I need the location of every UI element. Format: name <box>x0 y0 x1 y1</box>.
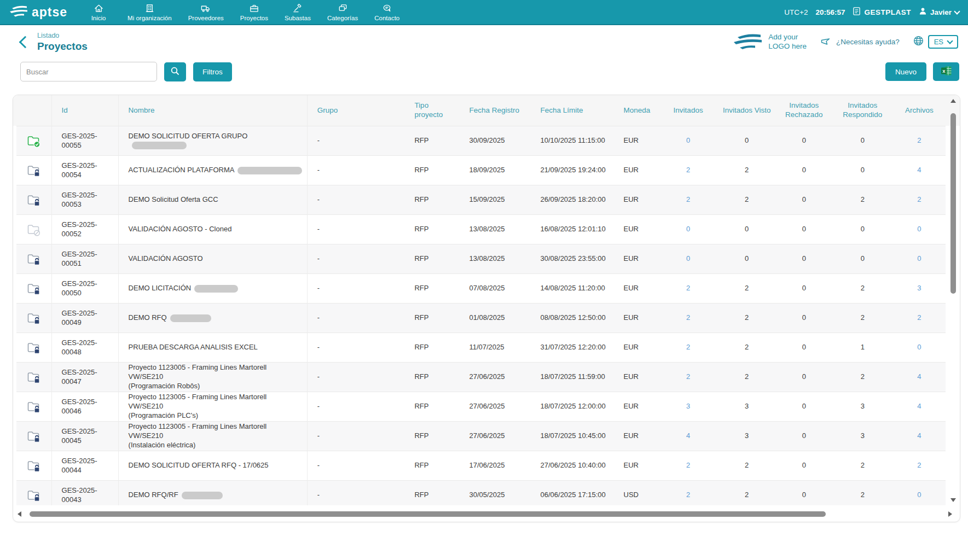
table-row[interactable]: GES-2025-00054 ACTUALIZACIÓN PLATAFORMA … <box>16 156 946 185</box>
cell-fecha-registro: 11/07/2025 <box>459 333 530 363</box>
cell-invitados-link[interactable]: 2 <box>658 185 719 215</box>
cell-invitados-link[interactable]: 2 <box>658 451 719 481</box>
cell-invitados-link[interactable]: 0 <box>658 126 719 156</box>
vertical-scrollbar-thumb[interactable] <box>950 113 956 294</box>
nav-item-mi-organizacion[interactable]: Mi organización <box>127 3 172 21</box>
search-input[interactable] <box>20 62 157 81</box>
nav-item-proveedores[interactable]: Proveedores <box>188 3 224 21</box>
table-row[interactable]: GES-2025-00055 DEMO SOLICITUD OFERTA GRU… <box>16 126 946 156</box>
cell-id: GES-2025-00044 <box>51 451 118 481</box>
cell-invitados-link[interactable]: 2 <box>658 363 719 392</box>
cell-archivos-link[interactable]: 2 <box>892 185 946 215</box>
nav-item-proyectos[interactable]: Proyectos <box>240 3 268 21</box>
cell-invitados-link[interactable]: 4 <box>658 422 719 451</box>
cell-invitados-link[interactable]: 2 <box>658 274 719 304</box>
scroll-right-arrow[interactable] <box>948 511 952 517</box>
column-header-invitados-visto[interactable]: Invitados Visto <box>719 95 775 126</box>
nav-item-subastas[interactable]: Subastas <box>285 3 311 21</box>
filters-button[interactable]: Filtros <box>193 62 232 81</box>
cell-moneda: EUR <box>614 215 658 244</box>
column-header-nombre[interactable]: Nombre <box>118 95 307 126</box>
cell-invitados-link[interactable]: 0 <box>658 215 719 244</box>
cell-invitados-link[interactable]: 2 <box>658 304 719 333</box>
cell-archivos-link[interactable]: 0 <box>892 333 946 363</box>
cell-archivos-link[interactable]: 4 <box>892 156 946 185</box>
table-row[interactable]: GES-2025-00052 VALIDACIÓN AGOSTO - Clone… <box>16 215 946 244</box>
table-row[interactable]: GES-2025-00053 DEMO Solicitud Oferta GCC… <box>16 185 946 215</box>
cell-archivos-link[interactable]: 4 <box>892 392 946 422</box>
home-icon <box>94 3 104 14</box>
table-row[interactable]: GES-2025-00051 VALIDACIÓN AGOSTO - RFP 1… <box>16 244 946 274</box>
table-row[interactable]: GES-2025-00050 DEMO LICITACIÓN - RFP 07/… <box>16 274 946 304</box>
table-row[interactable]: GES-2025-00049 DEMO RFQ - RFP 01/08/2025… <box>16 304 946 333</box>
column-header-invitados-rechazado[interactable]: Invitados Rechazado <box>775 95 833 126</box>
column-header-invitados[interactable]: Invitados <box>658 95 719 126</box>
cell-archivos-link[interactable]: 4 <box>892 363 946 392</box>
cell-grupo: - <box>307 185 404 215</box>
globe-icon[interactable] <box>913 35 924 49</box>
table-row[interactable]: GES-2025-00044 DEMO SOLICITUD OFERTA RFQ… <box>16 451 946 481</box>
cell-fecha-limite: 14/08/2025 11:20:00 <box>530 274 613 304</box>
table-row[interactable]: GES-2025-00043 DEMO RFQ/RF - RFP 30/05/2… <box>16 481 946 506</box>
table-row[interactable]: GES-2025-00048 PRUEBA DESCARGA ANALISIS … <box>16 333 946 363</box>
cell-id: GES-2025-00052 <box>51 215 118 244</box>
help-link[interactable]: ¿Necesitas ayuda? <box>820 36 900 48</box>
cell-invitados-visto: 2 <box>719 156 775 185</box>
scroll-down-arrow[interactable] <box>950 498 956 502</box>
cell-fecha-limite: 30/08/2025 23:55:00 <box>530 244 613 274</box>
column-header-moneda[interactable]: Moneda <box>614 95 658 126</box>
column-header-fecha-registro[interactable]: Fecha Registro <box>459 95 530 126</box>
cell-invitados-link[interactable]: 2 <box>658 156 719 185</box>
cell-id: GES-2025-00049 <box>51 304 118 333</box>
folder-lock-icon <box>26 195 41 203</box>
vertical-scrollbar[interactable] <box>949 98 957 503</box>
scroll-up-arrow[interactable] <box>950 99 956 103</box>
cell-invitados-rechazado: 0 <box>775 422 833 451</box>
cell-invitados-link[interactable]: 2 <box>658 333 719 363</box>
back-button[interactable] <box>19 36 32 48</box>
cell-fecha-limite: 18/07/2025 12:00:00 <box>530 392 613 422</box>
cell-id: GES-2025-00047 <box>51 363 118 392</box>
user-menu[interactable]: Javier <box>919 7 959 17</box>
language-select[interactable]: ES <box>928 35 958 49</box>
scroll-left-arrow[interactable] <box>18 511 21 517</box>
app-logo[interactable]: aptse <box>9 4 67 20</box>
table-row[interactable]: GES-2025-00045 Proyecto 1123005 - Framin… <box>16 422 946 451</box>
cell-invitados-rechazado: 0 <box>775 481 833 506</box>
customer-logo-placeholder[interactable]: Add your LOGO here <box>732 31 807 53</box>
cell-archivos-link[interactable]: 0 <box>892 481 946 506</box>
column-header-grupo[interactable]: Grupo <box>307 95 404 126</box>
cell-archivos-link[interactable]: 0 <box>892 215 946 244</box>
cell-archivos-link[interactable]: 2 <box>892 126 946 156</box>
column-header-fecha-limite[interactable]: Fecha Límite <box>530 95 613 126</box>
nav-item-inicio[interactable]: Inicio <box>86 3 111 21</box>
cell-archivos-link[interactable]: 0 <box>892 244 946 274</box>
cell-invitados-link[interactable]: 2 <box>658 481 719 506</box>
export-excel-button[interactable]: x <box>933 62 959 81</box>
cell-archivos-link[interactable]: 2 <box>892 451 946 481</box>
company-menu[interactable]: GESTPLAST <box>853 7 911 18</box>
column-header-id[interactable]: Id <box>51 95 118 126</box>
new-button[interactable]: Nuevo <box>885 62 926 81</box>
cell-fecha-registro: 27/06/2025 <box>459 392 530 422</box>
search-button[interactable] <box>164 62 186 81</box>
cell-archivos-link[interactable]: 3 <box>892 274 946 304</box>
cell-invitados-visto: 2 <box>719 274 775 304</box>
column-header-archivos[interactable]: Archivos <box>892 95 946 126</box>
nav-item-contacto[interactable]: Contacto <box>374 3 399 21</box>
cell-invitados-link[interactable]: 0 <box>658 244 719 274</box>
table-row[interactable]: GES-2025-00047 Proyecto 1123005 - Framin… <box>16 363 946 392</box>
horizontal-scrollbar[interactable] <box>18 511 942 517</box>
cell-fecha-limite: 10/10/2025 11:15:00 <box>530 126 613 156</box>
table-row[interactable]: GES-2025-00046 Proyecto 1123005 - Framin… <box>16 392 946 422</box>
cell-archivos-link[interactable]: 4 <box>892 422 946 451</box>
redacted-text <box>194 285 238 293</box>
cell-archivos-link[interactable]: 2 <box>892 304 946 333</box>
cell-invitados-link[interactable]: 3 <box>658 392 719 422</box>
horizontal-scrollbar-thumb[interactable] <box>30 511 826 517</box>
cell-fecha-limite: 21/09/2025 19:24:00 <box>530 156 613 185</box>
nav-item-categorias[interactable]: Categorías <box>327 3 358 21</box>
column-header-tipo-proyecto[interactable]: Tipo proyecto <box>404 95 459 126</box>
cell-invitados-visto: 0 <box>719 215 775 244</box>
column-header-invitados-respondido[interactable]: Invitados Respondido <box>833 95 892 126</box>
